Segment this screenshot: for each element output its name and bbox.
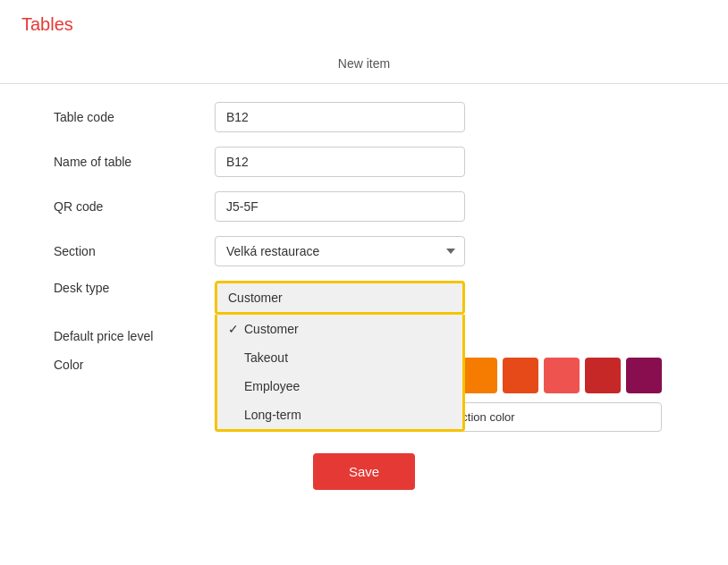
- table-code-input[interactable]: [215, 102, 465, 132]
- section-label: Section: [54, 244, 215, 258]
- color-swatch-red[interactable]: [544, 358, 580, 393]
- color-swatch-purple[interactable]: [626, 358, 662, 393]
- save-button[interactable]: Save: [313, 453, 415, 490]
- color-label: Color: [54, 358, 215, 372]
- table-code-label: Table code: [54, 110, 215, 124]
- qr-code-label: QR code: [54, 199, 215, 214]
- color-swatch-dark-red[interactable]: [585, 358, 621, 393]
- desk-type-option[interactable]: ✓Customer: [217, 315, 462, 343]
- color-swatch-orange[interactable]: [461, 358, 497, 393]
- desk-type-option[interactable]: Takeout: [217, 343, 462, 372]
- name-of-table-input[interactable]: [215, 147, 465, 177]
- desk-type-label: Desk type: [54, 281, 215, 295]
- default-price-level-label: Default price level: [54, 329, 215, 343]
- desk-type-list: ✓CustomerTakeoutEmployeeLong-term: [215, 315, 465, 432]
- checkmark-icon: ✓: [228, 322, 239, 336]
- color-swatch-deep-orange[interactable]: [503, 358, 538, 393]
- new-item-header: New item: [0, 44, 728, 84]
- qr-code-input[interactable]: [215, 191, 465, 222]
- section-select[interactable]: Velká restaurace: [215, 236, 465, 266]
- name-of-table-label: Name of table: [54, 155, 215, 169]
- desk-type-trigger[interactable]: Customer: [215, 281, 465, 315]
- desk-type-selected-value: Customer: [228, 291, 283, 305]
- desk-type-option[interactable]: Long-term: [217, 401, 462, 429]
- desk-type-dropdown[interactable]: Customer ✓CustomerTakeoutEmployeeLong-te…: [215, 281, 465, 315]
- desk-type-option[interactable]: Employee: [217, 372, 462, 401]
- page-title: Tables: [0, 0, 728, 44]
